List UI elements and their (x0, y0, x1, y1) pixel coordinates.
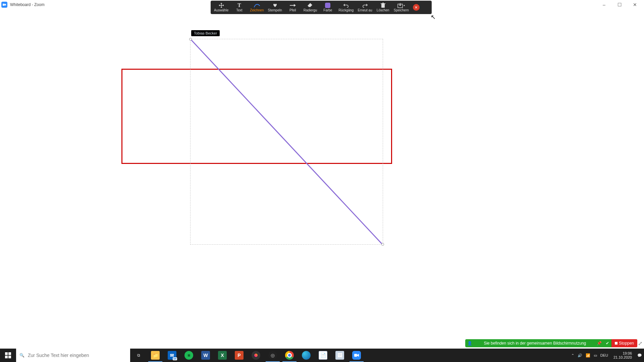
windows-logo-icon (5, 352, 11, 358)
share-pin-icon[interactable]: 📌 (595, 341, 604, 346)
move-icon (219, 3, 224, 8)
close-window-button[interactable]: ✕ (627, 0, 643, 9)
task-view-button[interactable]: ⧉ (130, 349, 147, 362)
mail-badge: 69 (173, 357, 177, 360)
taskbar-app-generic2[interactable]: 🖼 (331, 349, 348, 362)
tool-color[interactable]: Farbe (319, 1, 336, 14)
tray-language[interactable]: DEU (600, 353, 608, 357)
tray-date: 21.10.2020 (613, 355, 632, 359)
screen-share-status-bar: 👤 Sie befinden sich in der gemeinsamen B… (465, 339, 637, 347)
taskbar-app-chrome[interactable] (281, 349, 298, 362)
taskbar-app-obs[interactable]: ◎ (264, 349, 281, 362)
selection-handle-top-left[interactable] (189, 38, 192, 41)
taskbar-app-mail[interactable]: ✉ 69 (164, 349, 180, 362)
tool-arrow[interactable]: Pfeil (284, 1, 302, 14)
redo-icon (362, 3, 368, 8)
tool-erase[interactable]: Radiergu (302, 1, 319, 14)
whiteboard-canvas[interactable]: Tobias Becker (0, 9, 644, 349)
tool-undo[interactable]: Rückgäng (336, 1, 356, 14)
taskbar-app-powerpoint[interactable]: P (231, 349, 248, 362)
tool-select[interactable]: Auswähle (212, 1, 230, 14)
arrow-icon (290, 3, 296, 8)
taskbar-app-edge[interactable] (298, 349, 315, 362)
taskbar-app-generic1[interactable] (248, 349, 264, 362)
toolbar-close-button[interactable]: ✕ (413, 4, 420, 11)
taskbar-app-spotify[interactable]: ≡ (180, 349, 197, 362)
window-title: Whiteboard - Zoom (10, 2, 45, 7)
trash-icon (381, 3, 385, 8)
tray-chevron-up-icon[interactable]: ⌃ (571, 353, 574, 358)
svg-rect-7 (382, 3, 384, 3)
stop-share-button[interactable]: Stoppen (611, 339, 637, 347)
svg-rect-6 (381, 3, 385, 4)
share-person-icon: 👤 (465, 341, 474, 346)
taskbar-search-input[interactable] (28, 353, 127, 358)
tray-battery-icon[interactable]: ▭ (594, 353, 597, 358)
taskbar-app-word[interactable]: W (197, 349, 214, 362)
zoom-app-icon (1, 2, 7, 8)
svg-rect-0 (3, 4, 5, 6)
color-swatch-icon (325, 3, 330, 8)
tool-save[interactable]: ▾ Speichern (392, 1, 411, 14)
taskbar-app-explorer[interactable]: 📁 (147, 349, 164, 362)
share-expand-button[interactable]: ⤢ (637, 339, 643, 347)
stop-icon (615, 342, 618, 345)
text-icon: T (237, 3, 241, 8)
svg-rect-2 (290, 5, 294, 6)
svg-marker-4 (308, 3, 312, 7)
minimize-button[interactable]: – (596, 0, 612, 9)
windows-taskbar: 🔍 ⧉ 📁 ✉ 69 ≡ W X P ◎ 📄 🖼 ⌃ 🔊 📶 ▭ DEU 19:… (0, 349, 644, 362)
tray-time: 19:06 (613, 351, 632, 355)
system-tray: ⌃ 🔊 📶 ▭ DEU 19:06 21.10.2020 💬 (569, 349, 644, 362)
annotation-toolbar: Auswähle T Text Zeichnen Stempeln Pfeil … (211, 1, 432, 14)
tool-text[interactable]: T Text (230, 1, 248, 14)
taskbar-app-zoom[interactable] (348, 349, 365, 362)
share-check-icon[interactable]: ✔ (604, 341, 611, 346)
start-button[interactable] (0, 349, 16, 362)
svg-marker-11 (357, 354, 359, 357)
tool-stamp[interactable]: Stempeln (266, 1, 284, 14)
tool-clear[interactable]: Löschen (374, 1, 392, 14)
tray-volume-icon[interactable]: 🔊 (578, 353, 582, 358)
tray-notifications-icon[interactable]: 💬 (637, 353, 642, 358)
search-icon: 🔍 (19, 353, 24, 358)
tray-wifi-icon[interactable]: 📶 (586, 353, 590, 358)
eraser-icon (308, 3, 313, 8)
tool-redo[interactable]: Erneut au (356, 1, 374, 14)
svg-rect-10 (354, 354, 357, 357)
taskbar-search[interactable]: 🔍 (16, 349, 130, 362)
annotator-name-tag: Tobias Becker (191, 30, 220, 36)
undo-icon (343, 3, 349, 8)
maximize-button[interactable]: ☐ (612, 0, 627, 9)
selection-handle-bottom-right[interactable] (381, 243, 384, 246)
taskbar-app-excel[interactable]: X (214, 349, 231, 362)
share-status-text: Sie befinden sich in der gemeinsamen Bil… (474, 341, 595, 346)
draw-icon (254, 3, 260, 8)
heart-icon (273, 3, 277, 8)
tray-clock[interactable]: 19:06 21.10.2020 (611, 351, 634, 359)
selection-bounding-box[interactable] (190, 39, 383, 245)
svg-rect-5 (381, 4, 385, 8)
tool-draw[interactable]: Zeichnen (248, 1, 266, 14)
svg-marker-1 (5, 4, 6, 6)
svg-marker-3 (294, 4, 296, 7)
save-icon: ▾ (397, 3, 405, 8)
taskbar-app-notepad[interactable]: 📄 (315, 349, 331, 362)
